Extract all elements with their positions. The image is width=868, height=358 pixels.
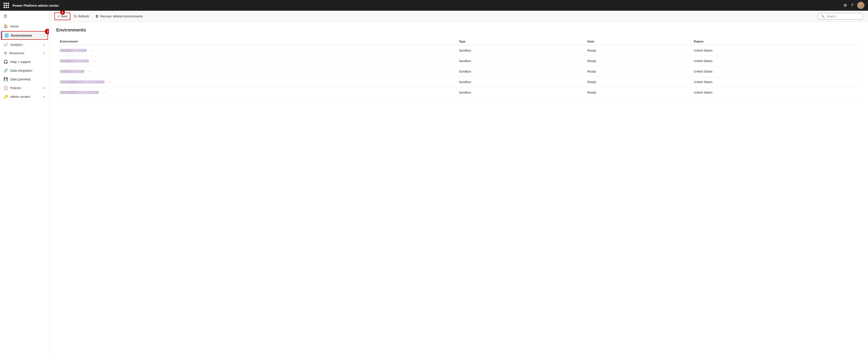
sidebar-item-policies[interactable]: 📋 Policies ∨ bbox=[0, 84, 49, 92]
env-name-blurred bbox=[60, 49, 87, 52]
env-region: United States bbox=[690, 66, 861, 77]
recover-button[interactable]: 🗑 Recover deleted environments bbox=[93, 13, 145, 20]
resources-chevron-icon: ∨ bbox=[43, 52, 45, 55]
sidebar-item-home-label: Home bbox=[10, 25, 45, 28]
environments-icon: 🌐 bbox=[4, 33, 9, 37]
env-more-button[interactable]: ··· bbox=[101, 90, 107, 95]
toolbar: 4 + New ↻ Refresh 🗑 Recover deleted envi… bbox=[49, 11, 868, 22]
analytics-icon: 📈 bbox=[4, 42, 8, 47]
env-name-cell: ··· bbox=[56, 66, 455, 77]
column-header-region: Region bbox=[690, 38, 861, 45]
refresh-icon: ↻ bbox=[74, 14, 77, 19]
app-title: Power Platform admin center bbox=[12, 4, 59, 7]
refresh-button-label: Refresh bbox=[78, 14, 89, 18]
sidebar-item-data-preview[interactable]: 💾 Data (preview) bbox=[0, 75, 49, 84]
env-type: Sandbox bbox=[455, 87, 584, 98]
env-region: United States bbox=[690, 56, 861, 66]
column-header-state: State bbox=[584, 38, 690, 45]
sidebar-item-resources[interactable]: 🖥 Resources ∨ bbox=[0, 49, 49, 57]
column-header-type: Type bbox=[455, 38, 584, 45]
column-header-environment: Environment bbox=[56, 38, 455, 45]
env-more-button[interactable]: ··· bbox=[91, 59, 98, 63]
recover-button-label: Recover deleted environments bbox=[100, 14, 143, 18]
topbar: Power Platform admin center ⚙ ? bbox=[0, 0, 868, 11]
sidebar-item-admin-centers-label: Admin centers bbox=[10, 95, 41, 98]
env-name-blurred bbox=[60, 70, 84, 73]
env-region: United States bbox=[690, 45, 861, 56]
sidebar-item-help-support-label: Help + support bbox=[10, 60, 45, 64]
env-name-cell: ··· bbox=[56, 87, 455, 98]
policies-chevron-icon: ∨ bbox=[43, 86, 45, 90]
hamburger-button[interactable]: ☰ bbox=[0, 11, 49, 22]
table-row[interactable]: ···SandboxReadyUnited States bbox=[56, 87, 861, 98]
environments-table: Environment Type State Region ···Sandbox… bbox=[56, 38, 861, 98]
new-button-wrapper: 4 + New bbox=[55, 12, 70, 20]
sidebar-item-admin-centers[interactable]: 🔑 Admin centers ∨ bbox=[0, 92, 49, 101]
sidebar-item-home[interactable]: 🏠 Home bbox=[0, 22, 49, 31]
env-name-blurred bbox=[60, 81, 104, 84]
content-area: Environments Environment Type State Regi… bbox=[49, 22, 868, 103]
env-state: Ready bbox=[584, 77, 690, 87]
help-support-icon: 🎧 bbox=[4, 60, 8, 64]
data-preview-icon: 💾 bbox=[4, 77, 8, 81]
avatar[interactable] bbox=[857, 2, 864, 9]
admin-centers-icon: 🔑 bbox=[4, 94, 8, 99]
resources-icon: 🖥 bbox=[4, 51, 7, 55]
env-name-blurred bbox=[60, 91, 99, 94]
analytics-chevron-icon: ∨ bbox=[43, 43, 45, 46]
refresh-button[interactable]: ↻ Refresh bbox=[71, 13, 92, 20]
sidebar-item-resources-label: Resources bbox=[9, 51, 41, 55]
search-icon: 🔍 bbox=[821, 14, 825, 18]
env-region: United States bbox=[690, 77, 861, 87]
env-more-button[interactable]: ··· bbox=[88, 48, 95, 53]
env-state: Ready bbox=[584, 66, 690, 77]
env-type: Sandbox bbox=[455, 77, 584, 87]
apps-icon[interactable] bbox=[4, 3, 9, 8]
sidebar-item-data-integration[interactable]: 🔗 Data integration bbox=[0, 66, 49, 75]
sidebar-item-data-preview-label: Data (preview) bbox=[10, 78, 45, 81]
help-icon[interactable]: ? bbox=[851, 3, 853, 8]
env-type: Sandbox bbox=[455, 56, 584, 66]
step-3-badge: 3 bbox=[45, 29, 49, 34]
table-row[interactable]: ···SandboxReadyUnited States bbox=[56, 56, 861, 66]
env-state: Ready bbox=[584, 45, 690, 56]
topbar-right: ⚙ ? bbox=[843, 2, 864, 9]
sidebar-item-environments-label: Environments bbox=[11, 34, 44, 37]
env-name-blurred bbox=[60, 59, 89, 63]
policies-icon: 📋 bbox=[4, 86, 8, 90]
env-type: Sandbox bbox=[455, 66, 584, 77]
recover-icon: 🗑 bbox=[95, 14, 99, 18]
env-state: Ready bbox=[584, 87, 690, 98]
sidebar-item-data-integration-label: Data integration bbox=[10, 69, 45, 72]
main-content: 4 + New ↻ Refresh 🗑 Recover deleted envi… bbox=[49, 11, 868, 358]
admin-centers-chevron-icon: ∨ bbox=[43, 95, 45, 98]
env-name-cell: ··· bbox=[56, 56, 455, 66]
table-row[interactable]: ···SandboxReadyUnited States bbox=[56, 45, 861, 56]
table-row[interactable]: ···SandboxReadyUnited States bbox=[56, 66, 861, 77]
env-name-cell: ··· bbox=[56, 45, 455, 56]
table-row[interactable]: ···SandboxReadyUnited States bbox=[56, 77, 861, 87]
sidebar-item-help-support[interactable]: 🎧 Help + support bbox=[0, 57, 49, 66]
search-placeholder: Search bbox=[827, 14, 836, 18]
env-region: United States bbox=[690, 87, 861, 98]
env-state: Ready bbox=[584, 56, 690, 66]
page-title: Environments bbox=[56, 27, 861, 33]
env-more-button[interactable]: ··· bbox=[86, 69, 93, 74]
search-box[interactable]: 🔍 Search bbox=[818, 13, 863, 20]
sidebar-item-analytics-label: Analytics bbox=[10, 43, 41, 47]
settings-icon[interactable]: ⚙ bbox=[843, 3, 847, 8]
sidebar-item-analytics[interactable]: 📈 Analytics ∨ bbox=[0, 40, 49, 49]
sidebar-item-policies-label: Policies bbox=[10, 86, 41, 90]
home-icon: 🏠 bbox=[4, 24, 8, 28]
data-integration-icon: 🔗 bbox=[4, 68, 8, 72]
plus-icon: + bbox=[58, 14, 60, 18]
sidebar: ☰ 🏠 Home 3 🌐 Environments 📈 Analytics ∨ … bbox=[0, 11, 49, 358]
table-header-row: Environment Type State Region bbox=[56, 38, 861, 45]
sidebar-item-environments[interactable]: 3 🌐 Environments bbox=[1, 31, 48, 40]
env-more-button[interactable]: ··· bbox=[106, 80, 113, 84]
env-name-cell: ··· bbox=[56, 77, 455, 87]
env-type: Sandbox bbox=[455, 45, 584, 56]
layout: ☰ 🏠 Home 3 🌐 Environments 📈 Analytics ∨ … bbox=[0, 11, 868, 358]
